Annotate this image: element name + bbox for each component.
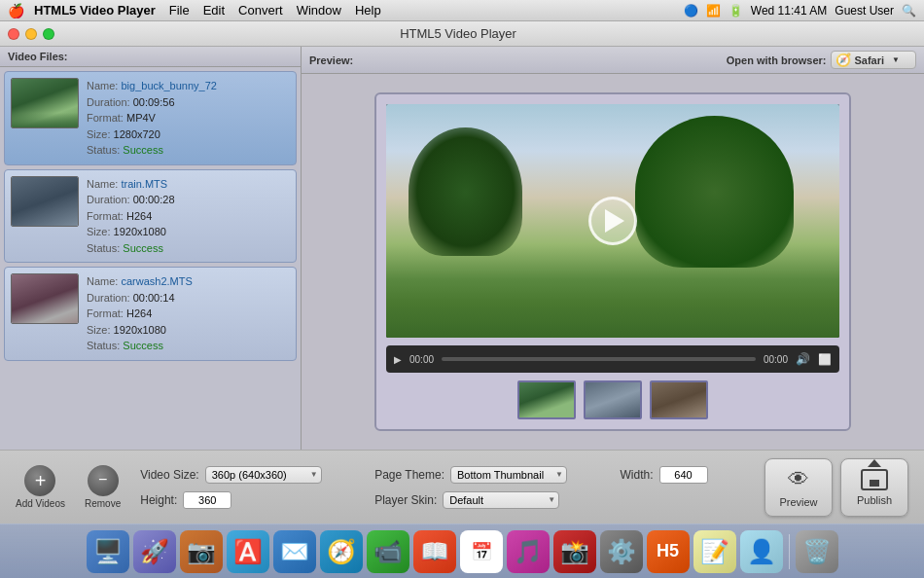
name-value: big_buck_bunny_72	[121, 80, 216, 91]
status-label: Status:	[87, 144, 120, 156]
video-size-select[interactable]: 360p (640x360)	[205, 466, 322, 484]
preview-label: Preview:	[309, 54, 353, 66]
player-skin-row: Player Skin: Default	[374, 491, 604, 509]
menu-file[interactable]: File	[169, 3, 190, 18]
publish-box-icon	[861, 469, 888, 490]
menu-convert[interactable]: Convert	[238, 3, 283, 18]
video-size-label: Video Size:	[140, 468, 199, 482]
video-thumbnail-1	[11, 78, 79, 128]
add-remove-section: + Add Videos − Remove	[16, 465, 121, 509]
title-bar: HTML5 Video Player	[0, 21, 924, 47]
wifi-icon[interactable]: 📶	[706, 4, 721, 18]
video-list: Name: big_buck_bunny_72 Duration: 00:09:…	[0, 67, 301, 450]
dock-item-itunes[interactable]: 🎵	[507, 530, 550, 573]
remove-group[interactable]: − Remove	[85, 465, 121, 509]
dock-item-contacts[interactable]: 👤	[740, 530, 783, 573]
preview-label: Preview	[779, 496, 817, 508]
dock-item-notes[interactable]: 📝	[693, 530, 736, 573]
status-value: Success	[123, 144, 163, 156]
play-triangle-icon	[605, 209, 624, 233]
open-with-browser-label: Open with browser:	[727, 54, 827, 66]
preview-button[interactable]: 👁 Preview	[764, 458, 833, 517]
thumbnail-strip	[386, 380, 839, 419]
spotlight-icon[interactable]: 🔍	[902, 4, 916, 18]
total-time: 00:00	[764, 354, 788, 365]
current-time: 00:00	[409, 354, 434, 365]
browser-selector[interactable]: 🧭 Safari ▼	[831, 51, 917, 69]
height-label: Height:	[140, 493, 177, 507]
clock: Wed 11:41 AM	[751, 4, 828, 18]
user-name: Guest User	[835, 4, 894, 18]
width-row: Width:	[621, 466, 746, 484]
video-info-3: Name: carwash2.MTS Duration: 00:00:14 Fo…	[87, 273, 193, 354]
dock-item-addressbook[interactable]: 📖	[413, 530, 456, 573]
player-skin-select[interactable]: Default	[443, 491, 559, 509]
preview-header: Preview: Open with browser: 🧭 Safari ▼	[302, 47, 924, 74]
video-thumbnail-3	[11, 273, 79, 324]
dock-item-photobooth[interactable]: 📸	[553, 530, 596, 573]
menu-help[interactable]: Help	[355, 3, 381, 18]
thumbnail-2[interactable]	[584, 380, 642, 419]
dock-item-facetime[interactable]: 📹	[367, 530, 409, 573]
fullscreen-icon[interactable]: ⬜	[818, 353, 832, 366]
page-theme-select[interactable]: Bottom Thumbnail	[450, 466, 567, 484]
dock-item-finder[interactable]: 🖥️	[87, 530, 129, 573]
player-skin-select-wrapper: Default	[443, 491, 559, 509]
open-with-browser-section: Open with browser: 🧭 Safari ▼	[727, 51, 916, 69]
minimize-button[interactable]	[25, 28, 37, 40]
publish-button[interactable]: Publish	[840, 458, 908, 517]
video-item[interactable]: Name: big_buck_bunny_72 Duration: 00:09:…	[4, 71, 297, 165]
publish-inner-box	[870, 480, 879, 487]
close-button[interactable]	[8, 28, 19, 40]
video-size-row: Video Size: 360p (640x360)	[140, 466, 359, 484]
thumbnail-3[interactable]	[650, 380, 708, 419]
width-input[interactable]	[659, 466, 708, 484]
dock-item-photos[interactable]: 📷	[180, 530, 223, 573]
dock-item-launchpad[interactable]: 🚀	[133, 530, 176, 573]
name-label: Name:	[87, 80, 118, 91]
left-panel: Video Files: Name: big_buck_bunny_72 Dur…	[0, 47, 302, 450]
video-size-select-wrapper: 360p (640x360)	[205, 466, 322, 484]
dock-item-mail[interactable]: ✉️	[273, 530, 316, 573]
bluetooth-icon: 🔵	[684, 4, 698, 18]
play-button[interactable]	[588, 197, 637, 245]
remove-label: Remove	[85, 498, 121, 509]
height-row: Height:	[140, 491, 359, 509]
dock-item-safari[interactable]: 🧭	[320, 530, 363, 573]
volume-icon[interactable]: 🔊	[796, 352, 810, 366]
video-container: ▶ 00:00 00:00 🔊 ⬜	[374, 92, 851, 431]
menu-bar: 🍎 HTML5 Video Player File Edit Convert W…	[0, 0, 924, 21]
app-name: HTML5 Video Player	[34, 3, 156, 18]
progress-bar[interactable]	[442, 357, 756, 361]
add-videos-label: Add Videos	[16, 498, 65, 509]
play-control-button[interactable]: ▶	[394, 354, 402, 365]
dock-item-sysprefs[interactable]: ⚙️	[600, 530, 643, 573]
dock-item-html5player[interactable]: H5	[647, 530, 690, 573]
video-item[interactable]: Name: train.MTS Duration: 00:00:28 Forma…	[4, 169, 297, 264]
video-player[interactable]	[386, 104, 839, 338]
remove-button[interactable]: −	[88, 465, 119, 496]
width-label: Width:	[621, 468, 654, 482]
apple-icon[interactable]: 🍎	[8, 3, 24, 18]
video-item[interactable]: Name: carwash2.MTS Duration: 00:00:14 Fo…	[4, 267, 297, 361]
maximize-button[interactable]	[43, 28, 54, 40]
dock-item-trash[interactable]: 🗑️	[796, 530, 838, 573]
dock-item-appstore[interactable]: 🅰️	[227, 530, 269, 573]
height-input[interactable]	[183, 491, 231, 509]
main-window: HTML5 Video Player Video Files: Name: bi…	[0, 21, 924, 524]
add-videos-button[interactable]: +	[24, 465, 55, 496]
menu-edit[interactable]: Edit	[203, 3, 225, 18]
video-info-1: Name: big_buck_bunny_72 Duration: 00:09:…	[87, 78, 217, 159]
size-value: 1280x720	[114, 128, 160, 140]
add-videos-group[interactable]: + Add Videos	[16, 465, 65, 509]
video-files-header: Video Files:	[0, 47, 301, 67]
menu-window[interactable]: Window	[297, 3, 341, 18]
bottom-toolbar: + Add Videos − Remove Video Size: 360p (…	[0, 450, 924, 524]
right-panel: Preview: Open with browser: 🧭 Safari ▼	[302, 47, 924, 450]
duration-label: Duration:	[87, 96, 130, 108]
dock-item-calendar[interactable]: 📅	[460, 530, 503, 573]
publish-label: Publish	[857, 494, 892, 506]
page-theme-select-wrapper: Bottom Thumbnail	[450, 466, 567, 484]
page-theme-row: Page Theme: Bottom Thumbnail	[374, 466, 604, 484]
thumbnail-1[interactable]	[517, 380, 576, 419]
